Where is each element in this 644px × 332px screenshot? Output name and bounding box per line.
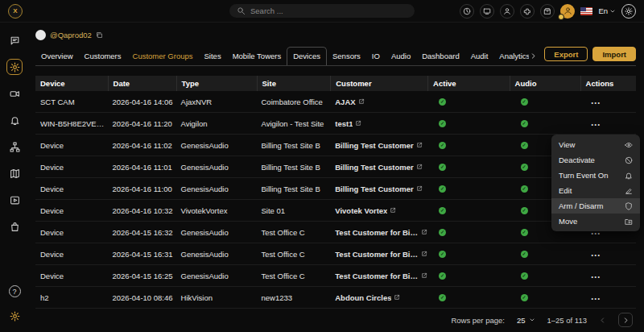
audio-status-icon xyxy=(521,98,528,106)
table-row[interactable]: Device 2026-04-15 16:31 GenesisAudio Tes… xyxy=(35,243,636,265)
column-header-audio[interactable]: Audio xyxy=(510,76,580,91)
column-header-type[interactable]: Type xyxy=(176,76,257,91)
cell-active xyxy=(427,229,509,236)
inventory-button[interactable] xyxy=(540,4,555,19)
help-button[interactable] xyxy=(9,285,21,297)
customer-link[interactable]: Billing Test Customer xyxy=(335,185,413,193)
external-link-icon[interactable] xyxy=(416,142,423,148)
table-row[interactable]: SCT CAM 2026-04-16 14:06 AjaxNVR Coimbat… xyxy=(35,91,636,113)
sidebar-item-topology[interactable] xyxy=(6,139,23,155)
sidebar-item-video[interactable] xyxy=(6,192,23,208)
table-header: Device Date Type Site Customer Active Au… xyxy=(35,76,636,91)
menu-item-deactivate[interactable]: Deactivate xyxy=(551,152,640,168)
customer-link[interactable]: test1 xyxy=(335,119,353,128)
row-actions-button[interactable] xyxy=(592,249,601,259)
table-row[interactable]: Device 2026-04-16 11:00 GenesisAudio Bil… xyxy=(35,178,636,200)
column-header-active[interactable]: Active xyxy=(427,76,509,91)
external-link-icon[interactable] xyxy=(421,229,427,235)
chevron-down-icon xyxy=(609,8,616,15)
search-input[interactable] xyxy=(250,6,407,15)
cell-date: 2026-04-15 16:31 xyxy=(108,250,176,259)
tab-sensors[interactable]: Sensors xyxy=(327,48,366,65)
table-row[interactable]: Device 2026-04-15 16:25 GenesisAudio Tes… xyxy=(35,265,636,287)
next-page-button[interactable] xyxy=(618,313,633,327)
customer-link[interactable]: Billing Test Customer xyxy=(335,141,413,150)
sidebar-item-cameras[interactable] xyxy=(6,85,23,102)
menu-item-view[interactable]: View xyxy=(551,137,640,152)
row-actions-button[interactable] xyxy=(592,293,601,302)
display-button[interactable] xyxy=(480,4,494,19)
external-link-icon[interactable] xyxy=(416,164,423,170)
table-row[interactable]: h2 2026-04-10 08:46 HikVision new1233 Ab… xyxy=(35,287,636,309)
profile-avatar[interactable] xyxy=(560,4,575,19)
app-logo[interactable]: X xyxy=(8,4,23,19)
external-link-icon[interactable] xyxy=(421,272,427,279)
bell-icon xyxy=(10,115,20,126)
table-row[interactable]: Device 2026-04-16 11:02 GenesisAudio Bil… xyxy=(35,135,636,156)
column-header-date[interactable]: Date xyxy=(108,76,176,91)
tab-audio[interactable]: Audio xyxy=(386,48,416,65)
external-link-icon[interactable] xyxy=(390,207,396,214)
sidebar-item-map[interactable] xyxy=(6,165,23,181)
sidebar-item-messages[interactable] xyxy=(6,32,23,48)
external-link-icon[interactable] xyxy=(421,251,427,257)
copy-username-button[interactable] xyxy=(96,31,103,39)
cell-site: Test Office C xyxy=(257,228,331,237)
puzzle-icon xyxy=(523,7,531,15)
external-link-icon[interactable] xyxy=(416,185,423,192)
sidebar-item-alerts[interactable] xyxy=(6,112,23,128)
user-directory-button[interactable] xyxy=(500,4,514,19)
table-row[interactable]: Device 2026-04-15 16:32 GenesisAudio Tes… xyxy=(35,222,636,243)
cell-date: 2026-04-16 11:20 xyxy=(108,119,176,128)
cell-site: Billing Test Site B xyxy=(257,163,331,172)
row-actions-button[interactable] xyxy=(592,271,601,280)
history-button[interactable] xyxy=(460,4,474,19)
table-row[interactable]: WIN-B5H8E2VEDLN 2026-04-16 11:20 Avigilo… xyxy=(35,113,636,135)
menu-item-edit[interactable]: Edit xyxy=(551,183,640,198)
tab-dashboard[interactable]: Dashboard xyxy=(416,48,464,65)
external-link-icon[interactable] xyxy=(355,120,361,127)
tabs-scroll-right-button[interactable] xyxy=(529,52,539,65)
row-actions-button[interactable] xyxy=(592,118,601,128)
rows-per-page-select[interactable]: 25 xyxy=(517,316,535,325)
tab-customers[interactable]: Customers xyxy=(79,48,127,65)
customer-link[interactable]: Vivotek Vortex xyxy=(335,206,387,215)
global-search[interactable] xyxy=(229,4,415,18)
menu-item-arm-disarm[interactable]: Arm / Disarm xyxy=(551,198,640,214)
menu-item-move[interactable]: Move xyxy=(551,214,640,229)
customer-link[interactable]: Test Customer for Billing xyxy=(335,228,419,237)
table-row[interactable]: Device 2026-04-16 11:01 GenesisAudio Bil… xyxy=(35,156,636,178)
table-row[interactable]: Device 2026-04-16 10:32 VivotekVortex Si… xyxy=(35,200,636,222)
integrations-button[interactable] xyxy=(520,4,535,19)
tab-mobile-towers[interactable]: Mobile Towers xyxy=(227,48,287,65)
tab-devices[interactable]: Devices xyxy=(287,47,327,65)
cell-device: WIN-B5H8E2VEDLN xyxy=(35,119,108,128)
tab-analytics[interactable]: Analytics xyxy=(493,48,529,65)
tab-sites[interactable]: Sites xyxy=(199,48,227,65)
sidebar-item-settings[interactable] xyxy=(6,59,23,75)
export-button[interactable]: Export xyxy=(544,47,588,61)
external-link-icon[interactable] xyxy=(394,294,400,301)
menu-item-label: Edit xyxy=(559,186,572,195)
tab-overview[interactable]: Overview xyxy=(35,48,79,65)
external-link-icon[interactable] xyxy=(358,98,365,105)
settings-gear-button[interactable] xyxy=(6,308,23,324)
menu-item-turn-event-on[interactable]: Turn Event On xyxy=(551,168,640,183)
column-header-site[interactable]: Site xyxy=(257,76,331,91)
customer-link[interactable]: Abdoun Circles xyxy=(335,293,391,302)
customer-link[interactable]: Test Customer for Billing xyxy=(335,250,419,259)
tab-customer-groups[interactable]: Customer Groups xyxy=(127,48,199,65)
tab-audit[interactable]: Audit xyxy=(465,48,494,65)
sidebar-item-packages[interactable] xyxy=(6,218,23,234)
column-header-customer[interactable]: Customer xyxy=(330,76,427,91)
tab-io[interactable]: IO xyxy=(366,48,386,65)
customer-link[interactable]: Test Customer for Billing xyxy=(335,272,419,280)
customer-link[interactable]: AJAX xyxy=(335,98,355,106)
customer-link[interactable]: Billing Test Customer xyxy=(335,163,413,172)
row-actions-button[interactable] xyxy=(592,97,601,106)
previous-page-button[interactable] xyxy=(599,317,606,324)
theme-toggle-button[interactable] xyxy=(621,4,636,19)
language-selector[interactable]: En xyxy=(598,6,616,15)
column-header-device[interactable]: Device xyxy=(35,76,108,91)
import-button[interactable]: Import xyxy=(592,47,636,61)
